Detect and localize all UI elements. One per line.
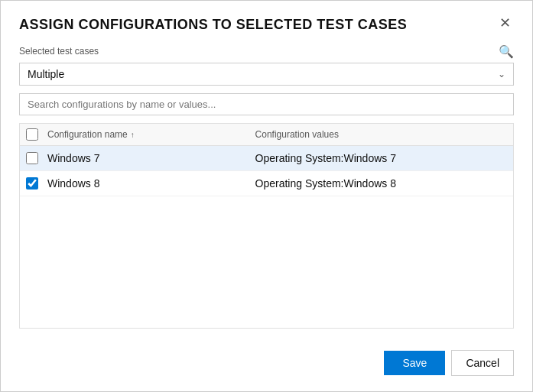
row-config-values: Operating System:Windows 7: [255, 152, 507, 164]
dialog-title: ASSIGN CONFIGURATIONS TO SELECTED TEST C…: [19, 16, 496, 34]
save-button[interactable]: Save: [384, 351, 445, 375]
search-icon[interactable]: 🔍: [499, 44, 514, 59]
selected-cases-value: Multiple: [28, 68, 498, 80]
table-row: Windows 8 Operating System:Windows 8: [20, 171, 513, 196]
row-checkbox-col: [26, 152, 41, 164]
selected-cases-dropdown[interactable]: Multiple ⌄: [19, 63, 514, 86]
row-checkbox[interactable]: [26, 152, 38, 164]
row-config-name: Windows 7: [47, 152, 249, 164]
col-name-header: Configuration name ↑: [47, 129, 249, 140]
selected-cases-label-row: Selected test cases 🔍: [19, 43, 514, 60]
row-checkbox-col: [26, 177, 41, 190]
row-config-name: Windows 8: [47, 177, 249, 190]
search-input[interactable]: [28, 99, 505, 110]
empty-area: [20, 196, 513, 311]
header-checkbox-col: [26, 128, 41, 141]
row-config-values: Operating System:Windows 8: [255, 177, 507, 190]
selected-cases-label: Selected test cases: [19, 46, 99, 57]
table-header: Configuration name ↑ Configuration value…: [20, 124, 513, 146]
table-body: Windows 7 Operating System:Windows 7 Win…: [20, 146, 513, 196]
col-values-header: Configuration values: [255, 129, 507, 140]
close-button[interactable]: ✕: [496, 16, 514, 30]
configurations-table: Configuration name ↑ Configuration value…: [19, 123, 514, 329]
dialog-body: Selected test cases 🔍 Multiple ⌄ Configu…: [1, 43, 532, 341]
dialog-footer: Save Cancel: [1, 341, 532, 391]
row-checkbox[interactable]: [26, 177, 38, 190]
sort-arrow-icon[interactable]: ↑: [131, 131, 135, 139]
cancel-button[interactable]: Cancel: [451, 350, 514, 376]
dialog: ASSIGN CONFIGURATIONS TO SELECTED TEST C…: [0, 0, 533, 392]
table-row: Windows 7 Operating System:Windows 7: [20, 146, 513, 171]
search-row: [19, 93, 514, 115]
select-all-checkbox[interactable]: [26, 128, 38, 141]
dialog-header: ASSIGN CONFIGURATIONS TO SELECTED TEST C…: [1, 1, 532, 43]
chevron-down-icon: ⌄: [498, 69, 505, 79]
